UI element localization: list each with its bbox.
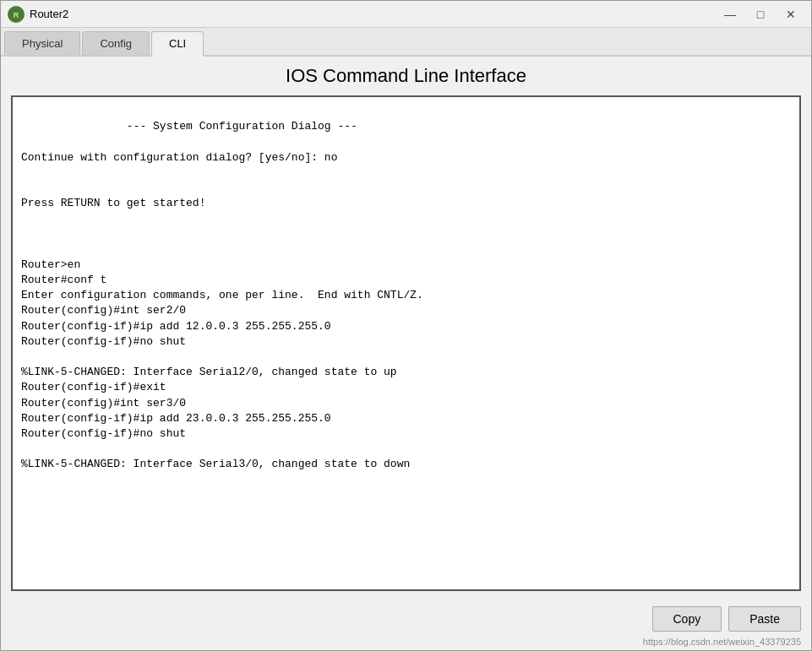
- tab-config[interactable]: Config: [82, 31, 150, 55]
- cli-output[interactable]: --- System Configuration Dialog --- Cont…: [13, 97, 799, 589]
- cli-container: --- System Configuration Dialog --- Cont…: [11, 95, 801, 591]
- main-content: IOS Command Line Interface --- System Co…: [1, 57, 811, 599]
- bottom-bar: Copy Paste: [1, 599, 811, 635]
- window-controls: — □ ✕: [717, 4, 804, 24]
- copy-button[interactable]: Copy: [652, 606, 722, 632]
- tab-physical[interactable]: Physical: [4, 31, 80, 55]
- svg-text:R: R: [14, 11, 19, 19]
- watermark: https://blog.csdn.net/weixin_43379235: [1, 635, 811, 650]
- page-title: IOS Command Line Interface: [11, 65, 801, 87]
- maximize-button[interactable]: □: [747, 4, 774, 24]
- tab-cli[interactable]: CLI: [151, 31, 204, 57]
- minimize-button[interactable]: —: [717, 4, 744, 24]
- app-icon: R: [8, 6, 25, 23]
- tab-bar: Physical Config CLI: [1, 28, 811, 57]
- close-button[interactable]: ✕: [777, 4, 804, 24]
- window-title: Router2: [30, 8, 717, 20]
- paste-button[interactable]: Paste: [728, 606, 801, 632]
- main-window: R Router2 — □ ✕ Physical Config CLI IOS …: [0, 0, 812, 651]
- action-buttons: Copy Paste: [652, 606, 802, 632]
- title-bar: R Router2 — □ ✕: [1, 1, 811, 28]
